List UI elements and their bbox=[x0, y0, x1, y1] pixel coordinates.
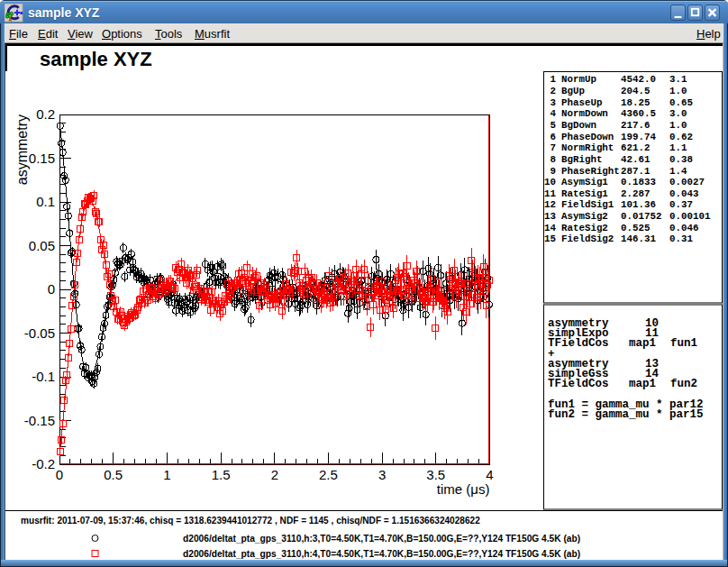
svg-text:217.6: 217.6 bbox=[621, 120, 650, 131]
svg-text:12: 12 bbox=[544, 199, 556, 210]
svg-text:1.0: 1.0 bbox=[669, 120, 687, 131]
svg-text:0.65: 0.65 bbox=[669, 97, 693, 108]
svg-text:-0.2: -0.2 bbox=[32, 456, 55, 471]
svg-text:1: 1 bbox=[163, 467, 170, 482]
svg-text:1: 1 bbox=[551, 74, 557, 85]
svg-text:287.1: 287.1 bbox=[621, 166, 651, 177]
svg-text:0.01752: 0.01752 bbox=[621, 211, 661, 222]
svg-text:map1: map1 bbox=[629, 378, 656, 390]
svg-text:0.38: 0.38 bbox=[669, 154, 693, 165]
svg-text:map1: map1 bbox=[629, 337, 656, 350]
svg-text:d2006/deltat_pta_gps_3110,h:4,: d2006/deltat_pta_gps_3110,h:4,T0=4.50K,T… bbox=[183, 549, 580, 559]
svg-text:AsymSig1: AsymSig1 bbox=[561, 177, 608, 187]
svg-text:BgDown: BgDown bbox=[561, 120, 596, 131]
svg-text:FieldSig1: FieldSig1 bbox=[561, 199, 614, 210]
svg-text:0.05: 0.05 bbox=[29, 238, 55, 253]
svg-text:PhaseRight: PhaseRight bbox=[561, 166, 620, 177]
svg-text:0.1: 0.1 bbox=[36, 194, 55, 209]
svg-text:15: 15 bbox=[544, 233, 556, 244]
svg-text:6: 6 bbox=[551, 132, 556, 142]
svg-text:0.0027: 0.0027 bbox=[669, 177, 705, 187]
svg-text:0.043: 0.043 bbox=[669, 188, 698, 199]
svg-text:TFieldCos: TFieldCos bbox=[548, 378, 609, 390]
svg-text:0: 0 bbox=[48, 281, 55, 297]
svg-text:NormDown: NormDown bbox=[561, 108, 608, 119]
svg-text:621.2: 621.2 bbox=[621, 142, 650, 153]
svg-text:204.5: 204.5 bbox=[621, 86, 650, 96]
svg-text:4: 4 bbox=[551, 108, 557, 119]
svg-text:18.25: 18.25 bbox=[621, 97, 650, 108]
svg-text:BgRight: BgRight bbox=[561, 154, 602, 165]
svg-text:199.74: 199.74 bbox=[621, 132, 656, 142]
svg-text:2: 2 bbox=[271, 467, 278, 482]
svg-text:1.5: 1.5 bbox=[212, 467, 231, 482]
svg-text:1.4: 1.4 bbox=[669, 166, 687, 177]
svg-text:RateSig2: RateSig2 bbox=[561, 223, 608, 233]
svg-text:7: 7 bbox=[551, 142, 556, 153]
svg-text:5: 5 bbox=[551, 120, 556, 131]
svg-text:2: 2 bbox=[551, 86, 556, 96]
svg-text:fun1: fun1 bbox=[670, 337, 697, 350]
svg-text:0.5: 0.5 bbox=[104, 467, 123, 482]
svg-text:sample XYZ: sample XYZ bbox=[40, 48, 152, 70]
svg-text:0.15: 0.15 bbox=[29, 151, 55, 166]
svg-text:time (μs): time (μs) bbox=[437, 481, 490, 497]
svg-text:1.0: 1.0 bbox=[669, 86, 687, 96]
svg-text:0.31: 0.31 bbox=[669, 233, 693, 244]
svg-text:2.5: 2.5 bbox=[319, 467, 338, 482]
svg-text:PhaseDown: PhaseDown bbox=[561, 132, 614, 142]
svg-text:NormRight: NormRight bbox=[561, 142, 614, 153]
svg-text:0.525: 0.525 bbox=[621, 223, 650, 233]
svg-text:11: 11 bbox=[544, 188, 556, 199]
svg-text:asymmetry: asymmetry bbox=[14, 114, 30, 185]
svg-text:13: 13 bbox=[544, 211, 556, 222]
svg-text:146.31: 146.31 bbox=[621, 233, 656, 244]
svg-text:42.61: 42.61 bbox=[621, 154, 651, 165]
svg-text:0.2: 0.2 bbox=[36, 106, 55, 122]
svg-text:3: 3 bbox=[378, 467, 386, 482]
svg-text:2.287: 2.287 bbox=[621, 188, 650, 199]
svg-text:-0.05: -0.05 bbox=[24, 325, 55, 341]
svg-text:101.36: 101.36 bbox=[621, 199, 656, 210]
svg-text:3: 3 bbox=[551, 97, 556, 108]
svg-text:4542.0: 4542.0 bbox=[621, 74, 656, 85]
svg-text:0.046: 0.046 bbox=[669, 223, 698, 233]
svg-text:BgUp: BgUp bbox=[561, 86, 585, 96]
svg-text:14: 14 bbox=[544, 223, 556, 233]
svg-text:0.37: 0.37 bbox=[669, 199, 693, 210]
svg-text:3.1: 3.1 bbox=[669, 74, 687, 85]
svg-text:-0.1: -0.1 bbox=[32, 369, 55, 384]
svg-text:3.0: 3.0 bbox=[669, 108, 687, 119]
svg-text:4360.5: 4360.5 bbox=[621, 108, 656, 119]
svg-text:FieldSig2: FieldSig2 bbox=[561, 233, 614, 244]
svg-text:TFieldCos: TFieldCos bbox=[548, 337, 609, 350]
svg-text:3.5: 3.5 bbox=[426, 467, 445, 482]
svg-text:0.1833: 0.1833 bbox=[621, 177, 656, 187]
svg-text:0.62: 0.62 bbox=[669, 132, 693, 142]
svg-text:fun2 = gamma_mu * par15: fun2 = gamma_mu * par15 bbox=[548, 408, 704, 421]
svg-text:4: 4 bbox=[486, 467, 493, 482]
svg-text:0: 0 bbox=[56, 467, 63, 482]
svg-text:1.1: 1.1 bbox=[669, 142, 687, 153]
svg-text:8: 8 bbox=[551, 154, 556, 165]
svg-text:0.00101: 0.00101 bbox=[669, 211, 711, 222]
svg-text:RateSig1: RateSig1 bbox=[561, 188, 608, 199]
svg-text:musrfit: 2011-07-09, 15:37:46,: musrfit: 2011-07-09, 15:37:46, chisq = 1… bbox=[21, 516, 480, 526]
svg-text:10: 10 bbox=[544, 177, 556, 187]
svg-text:PhaseUp: PhaseUp bbox=[561, 97, 602, 108]
svg-text:-0.15: -0.15 bbox=[24, 413, 55, 428]
svg-text:9: 9 bbox=[551, 166, 556, 177]
svg-text:d2006/deltat_pta_gps_3110,h:3,: d2006/deltat_pta_gps_3110,h:3,T0=4.50K,T… bbox=[183, 534, 580, 544]
svg-text:AsymSig2: AsymSig2 bbox=[561, 211, 608, 222]
svg-text:fun2: fun2 bbox=[670, 378, 697, 390]
svg-text:NormUp: NormUp bbox=[561, 74, 596, 85]
